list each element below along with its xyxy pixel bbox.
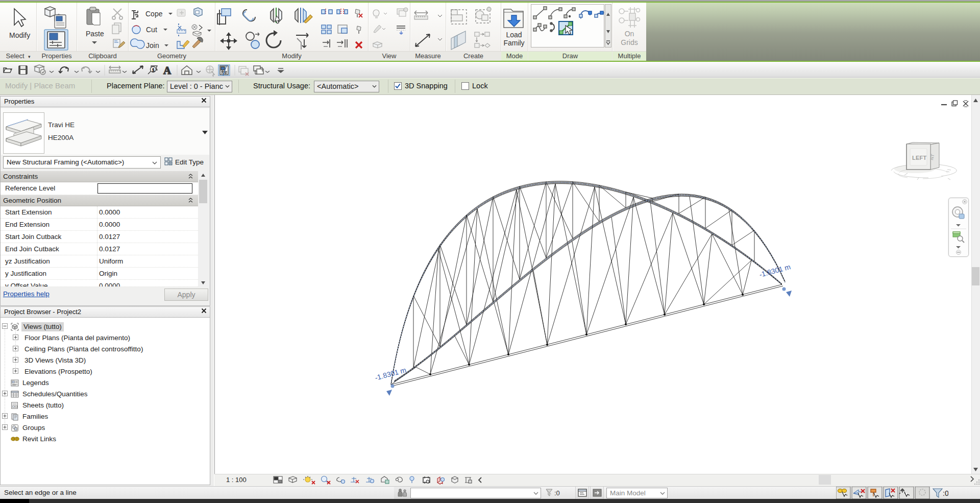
- svg-text:-1.8301 m: -1.8301 m: [374, 366, 407, 382]
- svg-text:Join: Join: [146, 41, 159, 50]
- svg-text:Cope: Cope: [145, 10, 163, 18]
- svg-text:-1.8301 m: -1.8301 m: [758, 262, 792, 279]
- svg-text:Cut: Cut: [146, 26, 157, 34]
- svg-text:LEFT: LEFT: [912, 155, 926, 161]
- svg-text:A: A: [163, 64, 172, 77]
- svg-text::0: :0: [943, 489, 948, 497]
- svg-text:Paste: Paste: [86, 30, 104, 38]
- svg-text:Modify: Modify: [9, 31, 30, 39]
- svg-text:1: 1: [152, 67, 155, 73]
- svg-text::0: :0: [554, 489, 560, 497]
